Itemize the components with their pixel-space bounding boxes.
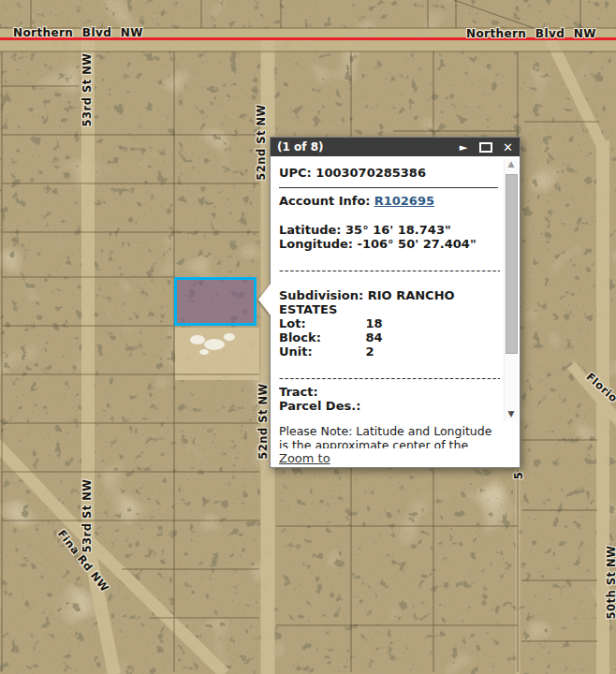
parcel-info-popup: (1 of 8) ► ✕ UPC: 1003070285386 Account … bbox=[270, 137, 521, 468]
block-label: Block: bbox=[279, 330, 361, 344]
longitude-value: -106° 50' 27.404" bbox=[358, 237, 477, 251]
road-label-53rd-st-bottom: 53rd St NW bbox=[81, 478, 94, 552]
longitude-row: Longitude: -106° 50' 27.404" bbox=[279, 237, 500, 251]
popup-scrollbar[interactable]: ▲ ▼ bbox=[504, 159, 518, 421]
upc-label: UPC: bbox=[279, 166, 312, 180]
maximize-icon[interactable] bbox=[479, 142, 492, 153]
account-info-link[interactable]: R102695 bbox=[374, 194, 434, 208]
zoom-to-link[interactable]: Zoom to bbox=[279, 451, 330, 465]
popup-title-bar[interactable]: (1 of 8) ► ✕ bbox=[271, 138, 520, 156]
account-info-label: Account Info: bbox=[279, 194, 371, 208]
road-label-52nd-st-top: 52nd St NW bbox=[255, 104, 268, 181]
road-label-52nd-st-mid: 52nd St NW bbox=[257, 383, 270, 460]
road-label-53rd-st-top: 53rd St NW bbox=[81, 52, 94, 126]
upc-row: UPC: 1003070285386 bbox=[279, 166, 500, 180]
popup-callout-arrow bbox=[258, 284, 271, 315]
tract-label: Tract: bbox=[279, 385, 318, 399]
next-result-icon[interactable]: ► bbox=[460, 142, 467, 153]
subdivision-label: Subdivision: bbox=[279, 288, 363, 302]
map-viewport[interactable]: Northern Blvd NW Northern Blvd NW 53rd S… bbox=[0, 0, 616, 674]
account-info-row: Account Info: R102695 bbox=[279, 194, 500, 208]
road-label-northern-blvd-right: Northern Blvd NW bbox=[466, 27, 596, 40]
block-value: 84 bbox=[366, 330, 383, 344]
divider-line bbox=[279, 187, 498, 188]
latitude-row: Latitude: 35° 16' 18.743" bbox=[279, 223, 500, 237]
unit-label: Unit: bbox=[279, 344, 361, 359]
scrollbar-thumb[interactable] bbox=[506, 174, 518, 354]
scroll-down-icon[interactable]: ▼ bbox=[505, 409, 518, 421]
lot-value: 18 bbox=[366, 316, 383, 330]
scroll-up-icon[interactable]: ▲ bbox=[505, 159, 518, 171]
unit-value: 2 bbox=[366, 344, 374, 359]
popup-title: (1 of 8) bbox=[277, 140, 460, 154]
popup-body: UPC: 1003070285386 Account Info: R102695… bbox=[271, 156, 520, 467]
parcel-des-label: Parcel Des.: bbox=[279, 399, 360, 413]
dashed-separator: ----------------------------------------… bbox=[279, 263, 500, 277]
road-label-partial: 5 bbox=[512, 472, 525, 480]
latitude-label: Latitude: bbox=[279, 223, 342, 237]
parcel-des-row: Parcel Des.: bbox=[279, 399, 500, 413]
tract-row: Tract: bbox=[279, 385, 500, 399]
road-label-northern-blvd-left: Northern Blvd NW bbox=[13, 26, 143, 39]
latitude-value: 35° 16' 18.743" bbox=[345, 223, 451, 237]
selected-parcel-highlight[interactable] bbox=[174, 277, 257, 326]
close-icon[interactable]: ✕ bbox=[503, 141, 513, 154]
dashed-separator: ----------------------------------------… bbox=[279, 371, 500, 385]
upc-value: 1003070285386 bbox=[315, 166, 426, 180]
please-note-text: Please Note: Latitude and Longitude is t… bbox=[279, 424, 500, 448]
longitude-label: Longitude: bbox=[279, 237, 353, 251]
lot-row: Lot: 18 bbox=[279, 316, 500, 330]
road-label-50th-st: 50th St NW bbox=[605, 546, 616, 620]
popup-scroll-content: UPC: 1003070285386 Account Info: R102695… bbox=[279, 160, 500, 448]
unit-row: Unit: 2 bbox=[279, 344, 500, 359]
subdivision-row: Subdivision: RIO RANCHO ESTATES bbox=[279, 288, 500, 316]
block-row: Block: 84 bbox=[279, 330, 500, 344]
lot-label: Lot: bbox=[279, 316, 361, 330]
